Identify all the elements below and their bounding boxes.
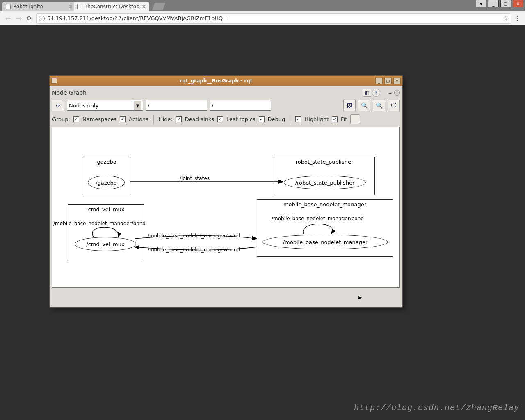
node-filter-input[interactable]: / [210, 100, 271, 111]
debug-checkbox[interactable] [259, 116, 265, 122]
node-cmd[interactable]: /cmd_vel_mux [75, 237, 136, 251]
window-maximize-button[interactable]: ▢ [384, 78, 392, 84]
leaftopics-checkbox[interactable] [217, 116, 223, 122]
url-text: 54.194.157.211/desktop/?#/client/REVGQVV… [47, 15, 227, 21]
screenshot-button[interactable]: 🖵 [388, 100, 400, 111]
page-icon [6, 4, 11, 9]
node-mode-select[interactable]: Nodes only ▼ [67, 100, 143, 111]
node-gazebo[interactable]: /gazebo [88, 176, 125, 189]
group-label: Group: [52, 116, 70, 122]
browser-tab-strip: Robot Ignite × TheConstruct Desktop × [0, 0, 525, 11]
fit-checkbox[interactable] [332, 116, 338, 122]
bookmark-star-icon[interactable]: ☆ [502, 14, 508, 22]
debug-label: Debug [268, 116, 285, 122]
graph-canvas[interactable]: gazebo /gazebo robot_state_publisher /ro… [52, 127, 400, 288]
panel-minimize[interactable]: – [388, 89, 392, 97]
edge-label: /mobile_base_nodelet_manager/bond [53, 221, 146, 226]
watermark-text: http://blog.csdn.net/ZhangRelay [354, 403, 519, 413]
deadsinks-checkbox[interactable] [176, 116, 182, 122]
tab-close-icon[interactable]: × [69, 4, 73, 9]
site-info-icon[interactable]: i [39, 16, 45, 21]
panel-close[interactable] [394, 90, 400, 96]
help-icon[interactable]: ? [372, 89, 380, 97]
dock-icon[interactable]: ◧ [363, 89, 371, 97]
edge-label: /joint_states [180, 176, 210, 181]
window-minimize-button[interactable]: _ [375, 78, 383, 84]
actions-checkbox[interactable] [120, 116, 126, 122]
zoom-out-button[interactable]: 🔍 [373, 100, 385, 111]
rqt-toolbar: ⟳ Nodes only ▼ / / 🖼 🔍 🔍 🖵 [52, 98, 400, 113]
panel-header: Node Graph ◧ ? – [52, 87, 400, 98]
topic-filter-input[interactable]: / [146, 100, 207, 111]
edge-label: /mobile_base_nodelet_manager/bond [148, 233, 240, 239]
mouse-cursor: ➤ [357, 294, 362, 301]
filter-value: / [212, 103, 213, 109]
node-mb[interactable]: /mobile_base_nodelet_manager [262, 235, 388, 249]
forward-button[interactable]: → [15, 14, 23, 23]
highlight-checkbox[interactable] [295, 116, 301, 122]
namespaces-label: Namespaces [82, 116, 116, 122]
tab-label: TheConstruct Desktop [84, 4, 139, 9]
deadsinks-label: Dead sinks [185, 116, 214, 122]
page-icon [77, 4, 82, 9]
box-title: mobile_base_nodelet_manager [257, 200, 393, 208]
os-maximize-button[interactable]: ▢ [500, 0, 511, 7]
edge-label: /mobile_base_nodelet_manager/bond [272, 216, 364, 221]
filter-row: Group: Namespaces Actions Hide: Dead sin… [52, 113, 400, 125]
box-title: cmd_vel_mux [68, 205, 144, 213]
rqt-window: rqt_graph__RosGraph - rqt _ ▢ × Node Gra… [49, 75, 403, 308]
window-close-button[interactable]: × [393, 78, 401, 84]
panel-title: Node Graph [52, 89, 87, 96]
window-title: rqt_graph__RosGraph - rqt [59, 78, 374, 84]
highlight-label: Highlight [304, 116, 329, 122]
browser-tab-inactive[interactable]: Robot Ignite × [2, 2, 76, 11]
chevron-down-icon: ▼ [134, 101, 141, 110]
address-bar[interactable]: i 54.194.157.211/desktop/?#/client/REVGQ… [36, 13, 511, 24]
node-rsp[interactable]: /robot_state_publisher [284, 176, 366, 189]
os-minimize-button[interactable]: _ [488, 0, 499, 7]
hide-label: Hide: [159, 116, 173, 122]
fit-label: Fit [341, 116, 347, 122]
namespaces-checkbox[interactable] [73, 116, 79, 122]
tab-close-icon[interactable]: × [142, 4, 146, 9]
rqt-titlebar[interactable]: rqt_graph__RosGraph - rqt _ ▢ × [50, 76, 402, 86]
actions-label: Actions [129, 116, 148, 122]
os-dropdown-button[interactable]: ▾ [476, 0, 486, 7]
os-window-controls: ▾ _ ▢ ✕ [476, 0, 523, 7]
back-button[interactable]: ← [4, 14, 12, 23]
options-button[interactable] [350, 114, 360, 124]
browser-toolbar: ← → ⟳ i 54.194.157.211/desktop/?#/client… [0, 11, 525, 25]
namespace-box-cmd: cmd_vel_mux [68, 204, 144, 260]
filter-value: / [148, 103, 149, 109]
box-title: robot_state_publisher [274, 157, 374, 166]
browser-menu-button[interactable] [514, 16, 521, 21]
select-value: Nodes only [69, 103, 98, 109]
box-title: gazebo [82, 157, 131, 166]
tab-label: Robot Ignite [13, 4, 43, 9]
browser-tab-active[interactable]: TheConstruct Desktop × [74, 2, 149, 11]
edge-label: /mobile_base_nodelet_manager/bond [148, 247, 240, 253]
leaftopics-label: Leaf topics [226, 116, 256, 122]
zoom-in-button[interactable]: 🔍 [358, 100, 370, 111]
window-icon [51, 78, 57, 84]
new-tab-button[interactable] [152, 3, 166, 10]
refresh-button[interactable]: ⟳ [52, 100, 64, 111]
os-close-button[interactable]: ✕ [513, 0, 523, 7]
reload-button[interactable]: ⟳ [25, 14, 34, 23]
save-image-button[interactable]: 🖼 [343, 100, 356, 111]
